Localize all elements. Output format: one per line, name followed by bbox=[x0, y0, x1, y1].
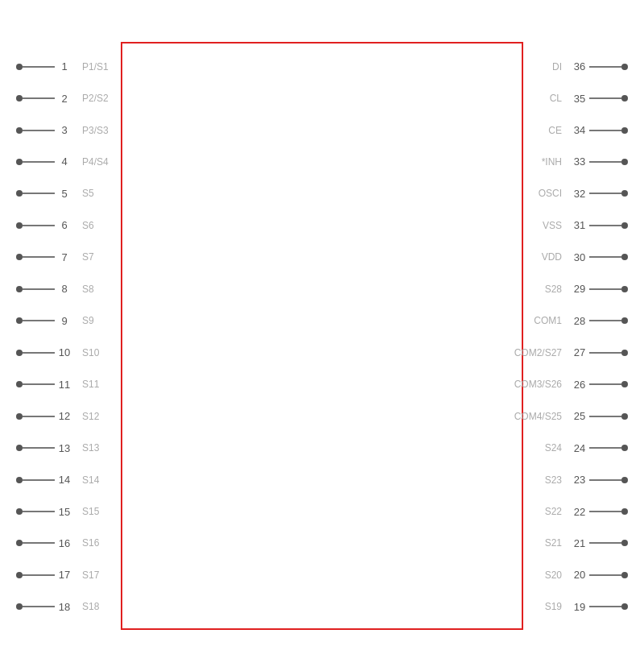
pin-line bbox=[589, 416, 621, 417]
pin-dot bbox=[621, 222, 628, 229]
pin-label: S8 bbox=[82, 284, 94, 295]
pin-right-23: 23S23 bbox=[545, 474, 628, 486]
pin-number: 4 bbox=[55, 155, 74, 168]
pin-line bbox=[589, 161, 621, 163]
pin-label: CL bbox=[550, 93, 562, 104]
pin-label: DI bbox=[552, 61, 562, 72]
chip-body bbox=[121, 42, 523, 630]
pin-line bbox=[589, 447, 621, 449]
pin-number: 26 bbox=[570, 379, 589, 391]
pin-label: COM1 bbox=[534, 315, 562, 326]
pin-right-22: 22S22 bbox=[545, 506, 628, 518]
pin-dot bbox=[621, 159, 628, 165]
pin-dot bbox=[621, 64, 628, 70]
pin-line bbox=[23, 288, 55, 290]
pin-dot bbox=[621, 508, 628, 515]
pin-label: S28 bbox=[545, 284, 562, 295]
pin-number: 12 bbox=[55, 410, 74, 422]
pin-dot bbox=[621, 381, 628, 387]
pin-line bbox=[589, 97, 621, 99]
pin-right-35: 35CL bbox=[550, 93, 628, 105]
pin-right-27: 27COM2/S27 bbox=[514, 346, 628, 358]
pin-line bbox=[23, 511, 55, 512]
pin-number: 11 bbox=[55, 379, 74, 391]
pin-left-16: 16S16 bbox=[16, 537, 99, 549]
pin-label: P1/S1 bbox=[82, 61, 109, 72]
pin-right-31: 31VSS bbox=[543, 219, 628, 231]
pin-left-12: 12S12 bbox=[16, 410, 99, 422]
pin-dot bbox=[621, 540, 628, 546]
pin-line bbox=[23, 447, 55, 449]
pin-label: S5 bbox=[82, 188, 94, 199]
pin-left-13: 13S13 bbox=[16, 442, 99, 454]
pin-dot bbox=[16, 254, 23, 260]
pin-left-8: 8S8 bbox=[16, 283, 94, 295]
pin-label: S22 bbox=[545, 506, 562, 517]
pin-right-24: 24S24 bbox=[545, 442, 628, 454]
pin-number: 5 bbox=[55, 188, 74, 200]
pin-left-6: 6S6 bbox=[16, 219, 94, 231]
pin-line bbox=[589, 542, 621, 544]
pin-number: 14 bbox=[55, 474, 74, 486]
pin-right-26: 26COM3/S26 bbox=[514, 379, 628, 391]
pin-left-17: 17S17 bbox=[16, 569, 99, 581]
pin-right-19: 19S19 bbox=[545, 601, 628, 613]
pin-number: 31 bbox=[570, 219, 589, 231]
pin-line bbox=[589, 511, 621, 512]
pin-dot bbox=[16, 381, 23, 387]
pin-line bbox=[23, 542, 55, 544]
pin-right-34: 34CE bbox=[548, 124, 628, 136]
pin-dot bbox=[16, 95, 23, 101]
pin-left-11: 11S11 bbox=[16, 379, 99, 391]
pin-right-25: 25COM4/S25 bbox=[514, 410, 628, 422]
pin-left-2: 2P2/S2 bbox=[16, 93, 109, 105]
pin-line bbox=[23, 225, 55, 226]
pin-dot bbox=[621, 350, 628, 356]
pin-number: 28 bbox=[570, 315, 589, 327]
pin-number: 29 bbox=[570, 283, 589, 295]
pin-right-33: 33*INH bbox=[542, 155, 628, 168]
pin-dot bbox=[16, 64, 23, 70]
pin-dot bbox=[621, 127, 628, 134]
pin-number: 18 bbox=[55, 601, 74, 613]
pin-label: S9 bbox=[82, 315, 94, 326]
pin-line bbox=[23, 320, 55, 321]
pin-label: S20 bbox=[545, 570, 562, 581]
chip-diagram: 1P1/S12P2/S23P3/S34P4/S45S56S67S78S89S91… bbox=[16, 18, 628, 654]
pin-left-1: 1P1/S1 bbox=[16, 60, 109, 72]
pin-line bbox=[23, 256, 55, 258]
pin-number: 20 bbox=[570, 569, 589, 581]
pin-dot bbox=[16, 445, 23, 451]
pin-number: 32 bbox=[570, 188, 589, 200]
pin-dot bbox=[16, 413, 23, 420]
pin-label: COM3/S26 bbox=[514, 379, 562, 390]
pin-right-21: 21S21 bbox=[545, 537, 628, 549]
pin-label: S21 bbox=[545, 537, 562, 549]
pin-left-9: 9S9 bbox=[16, 315, 94, 327]
pin-number: 35 bbox=[570, 93, 589, 105]
pin-line bbox=[589, 383, 621, 385]
pin-number: 36 bbox=[570, 60, 589, 72]
pin-label: VSS bbox=[543, 220, 562, 231]
pin-number: 3 bbox=[55, 124, 74, 136]
pin-line bbox=[23, 161, 55, 163]
pin-label: S14 bbox=[82, 474, 99, 486]
pin-line bbox=[23, 606, 55, 607]
pin-line bbox=[589, 320, 621, 321]
pin-dot bbox=[16, 127, 23, 134]
pin-label: P2/S2 bbox=[82, 93, 109, 104]
pin-label: S16 bbox=[82, 537, 99, 549]
pin-label: S11 bbox=[82, 379, 99, 390]
pin-number: 6 bbox=[55, 219, 74, 231]
pin-dot bbox=[16, 572, 23, 578]
pin-right-32: 32OSCI bbox=[539, 188, 628, 200]
pin-dot bbox=[16, 222, 23, 229]
pin-line bbox=[589, 66, 621, 68]
pin-label: P3/S3 bbox=[82, 125, 109, 136]
pin-label: COM2/S27 bbox=[514, 347, 562, 358]
pin-number: 9 bbox=[55, 315, 74, 327]
pin-number: 30 bbox=[570, 251, 589, 263]
pin-right-30: 30VDD bbox=[542, 251, 628, 263]
pin-number: 19 bbox=[570, 601, 589, 613]
pin-dot bbox=[16, 159, 23, 165]
